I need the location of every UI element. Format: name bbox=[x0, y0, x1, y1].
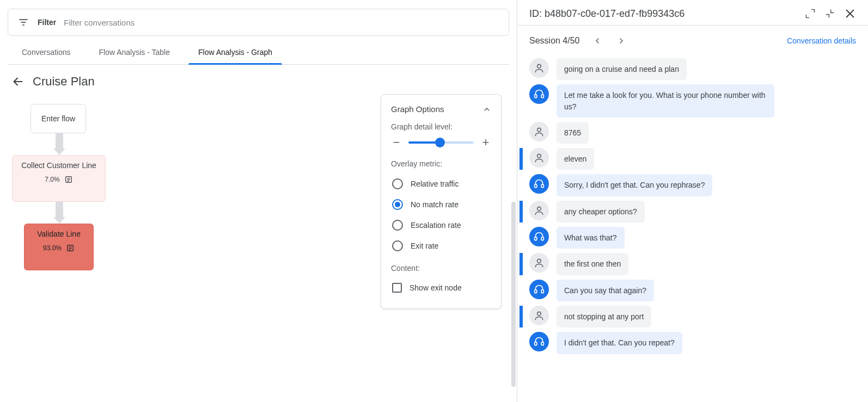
analysis-pane: Filter Filter conversations Conversation… bbox=[0, 0, 517, 402]
content-label: Content: bbox=[391, 264, 491, 273]
message-row[interactable]: Can you say that again? bbox=[519, 280, 856, 301]
message-bubble: What was that? bbox=[557, 227, 625, 249]
conversation-header: ID: b48b07-c0e-017-ed7-fb99343c6 bbox=[517, 0, 868, 26]
tab-flow-table[interactable]: Flow Analysis - Table bbox=[89, 40, 180, 64]
svg-rect-19 bbox=[535, 184, 537, 188]
flow-arrow-icon bbox=[54, 133, 64, 155]
message-bubble: I didn't get that. Can you repeat? bbox=[557, 332, 682, 354]
graph-options-title: Graph Options bbox=[391, 104, 444, 114]
agent-avatar-icon bbox=[529, 174, 549, 194]
page-header: Cruise Plan bbox=[0, 65, 517, 94]
overlay-metric-label: Overlay metric: bbox=[391, 159, 491, 168]
user-avatar-icon bbox=[529, 201, 549, 220]
radio-label: Exit rate bbox=[411, 242, 438, 250]
filter-bar[interactable]: Filter Filter conversations bbox=[8, 9, 509, 36]
prev-session-icon[interactable] bbox=[591, 34, 604, 47]
agent-avatar-icon bbox=[529, 332, 549, 351]
detail-slider[interactable] bbox=[408, 141, 474, 144]
filter-icon bbox=[17, 16, 30, 29]
user-avatar-icon bbox=[529, 306, 549, 325]
message-row[interactable]: Sorry, I didn't get that. Can you rephra… bbox=[519, 174, 856, 196]
message-row[interactable]: any cheaper options? bbox=[519, 201, 856, 222]
message-bubble: going on a cruise and need a plan bbox=[557, 58, 687, 80]
message-row[interactable]: 8765 bbox=[519, 122, 856, 144]
slider-thumb[interactable] bbox=[435, 138, 445, 147]
node-collect-customer-line[interactable]: Collect Customer Line 7.0% bbox=[12, 155, 106, 202]
plus-icon[interactable]: + bbox=[480, 137, 491, 149]
conversation-details-link[interactable]: Conversation details bbox=[787, 36, 856, 45]
back-arrow-icon[interactable] bbox=[12, 76, 24, 88]
graph-canvas: Enter flow Collect Customer Line 7.0% Va… bbox=[0, 94, 517, 402]
message-bubble: any cheaper options? bbox=[557, 201, 645, 222]
message-row[interactable]: going on a cruise and need a plan bbox=[519, 58, 856, 80]
session-navigator: Session 4/50 Conversation details bbox=[517, 26, 868, 53]
radio-label: No match rate bbox=[411, 200, 459, 209]
close-icon[interactable] bbox=[844, 8, 856, 20]
message-bubble: Sorry, I didn't get that. Can you rephra… bbox=[557, 174, 712, 196]
checkbox-icon bbox=[392, 283, 402, 293]
message-row[interactable]: Let me take a look for you. What is your… bbox=[519, 84, 856, 117]
svg-point-17 bbox=[537, 128, 541, 132]
user-avatar-icon bbox=[529, 253, 549, 273]
radio-label: Escalation rate bbox=[411, 221, 461, 230]
message-bubble: Can you say that again? bbox=[557, 280, 654, 301]
tab-flow-graph[interactable]: Flow Analysis - Graph bbox=[188, 40, 282, 64]
filter-label: Filter bbox=[38, 18, 56, 27]
radio-label: Relative traffic bbox=[411, 180, 459, 188]
svg-point-27 bbox=[537, 312, 541, 316]
svg-rect-20 bbox=[541, 184, 543, 188]
conversation-id: ID: b48b07-c0e-017-ed7-fb99343c6 bbox=[529, 8, 684, 20]
radio-no-match-rate[interactable]: No match rate bbox=[391, 194, 491, 215]
message-row[interactable]: eleven bbox=[519, 148, 856, 170]
graph-options-panel: Graph Options Graph detail level: − + Ov… bbox=[381, 94, 502, 309]
message-bubble: the first one then bbox=[557, 253, 628, 275]
message-bubble: Let me take a look for you. What is your… bbox=[557, 84, 774, 117]
message-bubble: not stopping at any port bbox=[557, 306, 651, 327]
radio-exit-rate[interactable]: Exit rate bbox=[391, 236, 491, 256]
expand-icon[interactable] bbox=[805, 8, 816, 19]
scrollbar-thumb[interactable] bbox=[511, 202, 516, 387]
radio-icon bbox=[392, 240, 403, 251]
tabs: Conversations Flow Analysis - Table Flow… bbox=[8, 40, 509, 65]
checkbox-label: Show exit node bbox=[409, 283, 462, 292]
message-row[interactable]: What was that? bbox=[519, 227, 856, 249]
radio-icon bbox=[392, 199, 403, 210]
node-validate-metric: 93.0% bbox=[43, 244, 62, 252]
filter-placeholder: Filter conversations bbox=[64, 18, 135, 27]
node-enter-flow[interactable]: Enter flow bbox=[30, 104, 86, 133]
node-collect-metric: 7.0% bbox=[45, 176, 59, 183]
message-bubble: eleven bbox=[557, 148, 594, 170]
node-validate-line[interactable]: Validate Line 93.0% bbox=[24, 224, 94, 270]
svg-point-24 bbox=[537, 259, 541, 263]
svg-rect-15 bbox=[535, 95, 537, 98]
node-enter-title: Enter flow bbox=[41, 114, 75, 123]
message-row[interactable]: the first one then bbox=[519, 253, 856, 275]
message-row[interactable]: I didn't get that. Can you repeat? bbox=[519, 332, 856, 354]
svg-rect-29 bbox=[541, 342, 543, 345]
radio-icon bbox=[392, 178, 403, 189]
flow-arrow-icon bbox=[54, 202, 64, 224]
collapse-icon[interactable] bbox=[482, 105, 491, 114]
page-title: Cruise Plan bbox=[33, 75, 95, 89]
svg-point-21 bbox=[537, 207, 541, 211]
radio-relative-traffic[interactable]: Relative traffic bbox=[391, 174, 491, 194]
svg-rect-25 bbox=[535, 290, 537, 293]
checkbox-show-exit-node[interactable]: Show exit node bbox=[391, 278, 491, 298]
minus-icon[interactable]: − bbox=[391, 137, 402, 149]
svg-rect-23 bbox=[541, 237, 543, 240]
message-row[interactable]: not stopping at any port bbox=[519, 306, 856, 327]
message-bubble: 8765 bbox=[557, 122, 589, 144]
shrink-icon[interactable] bbox=[824, 8, 835, 19]
user-avatar-icon bbox=[529, 122, 549, 141]
list-icon bbox=[64, 175, 73, 184]
user-avatar-icon bbox=[529, 58, 549, 78]
next-session-icon[interactable] bbox=[615, 34, 628, 47]
svg-rect-22 bbox=[535, 237, 537, 240]
radio-escalation-rate[interactable]: Escalation rate bbox=[391, 215, 491, 236]
tab-conversations[interactable]: Conversations bbox=[12, 40, 81, 64]
conversation-pane: ID: b48b07-c0e-017-ed7-fb99343c6 Session… bbox=[517, 0, 868, 402]
scrollbar[interactable] bbox=[511, 187, 516, 391]
svg-rect-16 bbox=[541, 95, 543, 98]
svg-rect-28 bbox=[535, 342, 537, 345]
svg-point-14 bbox=[537, 64, 541, 68]
